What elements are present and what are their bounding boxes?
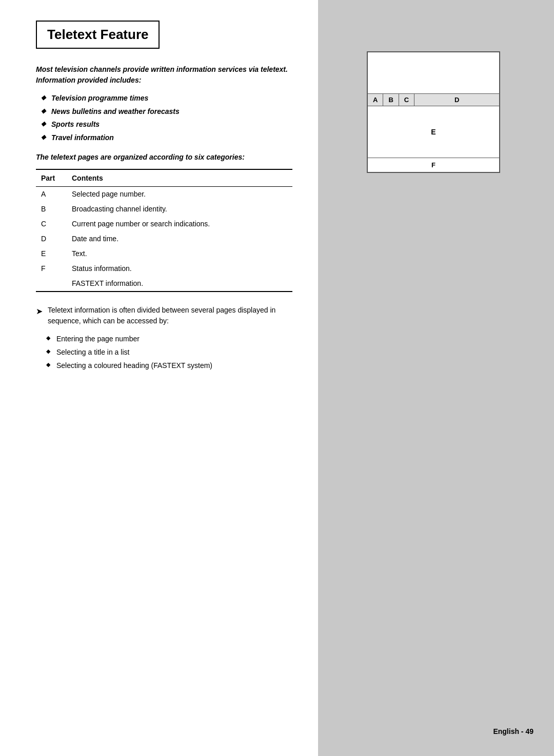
diagram-tabs-row: A B C D	[368, 93, 499, 106]
main-content: Teletext Feature Most television channel…	[0, 0, 318, 756]
list-item: Sports results	[41, 120, 292, 130]
page-title: Teletext Feature	[36, 21, 160, 49]
diagram-f-label: F	[431, 161, 436, 169]
diagram-main-area: E	[368, 106, 499, 158]
table-row: FASTEXT information.	[36, 276, 292, 291]
note-section: ➤ Teletext information is often divided …	[36, 305, 292, 371]
list-item: Travel information	[41, 133, 292, 143]
diagram-bottom-bar: F	[368, 158, 499, 172]
list-item: Selecting a coloured heading (FASTEXT sy…	[46, 361, 292, 371]
table-row: A Selected page number.	[36, 187, 292, 202]
sub-bullet-list: Entering the page number Selecting a tit…	[46, 334, 292, 371]
diagram-e-label: E	[431, 128, 436, 136]
table-section-title: The teletext pages are organized accordi…	[36, 153, 292, 161]
note-item: ➤ Teletext information is often divided …	[36, 305, 292, 326]
table-row: B Broadcasting channel identity.	[36, 202, 292, 217]
page-container: Teletext Feature Most television channel…	[0, 0, 554, 756]
page-footer: English - 49	[493, 727, 533, 735]
table-row: F Status information.	[36, 261, 292, 276]
note-text: Teletext information is often divided be…	[48, 305, 292, 326]
list-item: Television programme times	[41, 93, 292, 104]
header-part: Part	[41, 174, 72, 182]
intro-text: Most television channels provide written…	[36, 64, 292, 86]
list-item: Entering the page number	[46, 334, 292, 344]
right-panel: A B C D E F English - 49	[318, 0, 554, 756]
diagram-tab-b: B	[383, 94, 399, 106]
table-header: Part Contents	[36, 170, 292, 187]
diagram-tab-a: A	[368, 94, 383, 106]
list-item: Selecting a title in a list	[46, 347, 292, 358]
diagram-top-area	[368, 52, 499, 93]
note-arrow-icon: ➤	[36, 305, 43, 318]
parts-table: Part Contents A Selected page number. B …	[36, 169, 292, 292]
table-row: D Date and time.	[36, 231, 292, 246]
table-row: E Text.	[36, 246, 292, 261]
table-row: C Current page number or search indicati…	[36, 217, 292, 231]
list-item: News bulletins and weather forecasts	[41, 107, 292, 117]
bullet-list: Television programme times News bulletin…	[41, 93, 292, 143]
diagram-tab-c: C	[399, 94, 414, 106]
header-contents: Contents	[72, 174, 103, 182]
teletext-diagram: A B C D E F	[367, 51, 500, 173]
diagram-tab-d: D	[414, 94, 499, 106]
footer-text: English - 49	[493, 727, 533, 735]
